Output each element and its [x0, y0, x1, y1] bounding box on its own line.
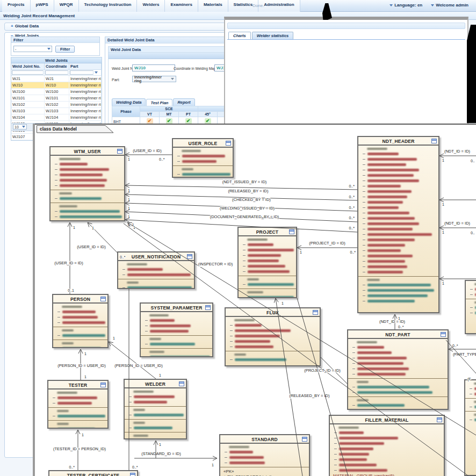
entity-attribute [362, 162, 436, 167]
menu-item-welders[interactable]: Welders [137, 0, 165, 12]
expand-icon[interactable]: + [11, 24, 13, 28]
menu-item-materials[interactable]: Materials [198, 0, 228, 12]
part-select[interactable]: Innenring/Inner ring [132, 76, 176, 82]
tab-welding-data[interactable]: Welding Data [112, 98, 146, 106]
table-row[interactable]: WJ101WJ101Innenring/Inner ring [11, 95, 102, 102]
entity-attribute [351, 344, 445, 350]
entity-wtm_user[interactable]: WTM_USER [49, 146, 125, 221]
table-icon [187, 254, 192, 259]
entity-section [358, 276, 438, 305]
entity-section [239, 276, 296, 289]
entity-name: NDT_HEADER [358, 137, 438, 146]
app-menubar: ProjectspWPSWPQRTechnology InstructionWe… [0, 0, 476, 12]
entity-attribute [121, 272, 192, 277]
language-menu[interactable]: Language: en [390, 3, 422, 8]
entity-filler_material[interactable]: FILLER_MATERIALMATERIAL_GROUP :varchar(6… [329, 415, 445, 476]
tab-report[interactable]: Report [173, 98, 194, 106]
test-table-cell: Phase [112, 106, 140, 117]
table-icon [441, 332, 446, 337]
entity-attribute [333, 462, 442, 467]
entity-attribute [121, 266, 192, 272]
window-fragment [467, 25, 476, 123]
filter-button[interactable]: Filter [55, 46, 75, 53]
entity-partial[interactable] [464, 379, 476, 476]
entity-attribute [121, 285, 192, 289]
entity-section [466, 299, 476, 317]
column-header[interactable]: Coordinate [45, 63, 69, 69]
table-row[interactable]: WJ1WJ1Innenring/Inner ring [11, 76, 102, 82]
popup-tab-charts[interactable]: Charts [228, 32, 251, 39]
page-size-select[interactable]: 10 [13, 124, 27, 129]
stereotype-blur [133, 422, 145, 424]
entity-user_role[interactable]: USER_ROLE [172, 138, 234, 178]
entity-attribute [242, 253, 294, 258]
entity-attribute [362, 151, 436, 156]
entity-ndt_header[interactable]: NDT_HEADER [357, 136, 439, 313]
stereotype-blur [357, 341, 377, 343]
entity-name: FLUX [226, 308, 320, 317]
column-header[interactable]: Part [69, 63, 102, 69]
stereotype-blur [133, 435, 148, 437]
table-cell: Innenring/Inner ring [69, 114, 102, 120]
entity-name: FILLER_MATERIAL [330, 416, 444, 424]
entity-attribute: «PK» [223, 468, 307, 474]
table-row[interactable]: WJ100WJ100Innenring/Inner ring [11, 89, 102, 95]
stereotype-blur [59, 205, 77, 207]
entity-system_parameter[interactable]: SYSTEM_PARAMETER [140, 302, 213, 357]
menu-item-administration[interactable]: Administration [258, 0, 300, 12]
stereotype-blur [57, 392, 77, 394]
menu-item-technology-instruction[interactable]: Technology Instruction [79, 0, 138, 12]
stereotype-blur [182, 168, 193, 170]
entity-attribute [242, 258, 294, 263]
entity-flux[interactable]: FLUX [225, 307, 321, 366]
entity-user_notification[interactable]: USER_NOTIFICATION [117, 251, 195, 289]
menu-item-projects[interactable]: Projects [2, 0, 31, 12]
table-row[interactable]: WJ104WJ104Innenring/Inner ring [11, 114, 102, 121]
popup-tab-welder-statistics[interactable]: Welder statistics [252, 32, 293, 39]
stereotype-blur [338, 427, 359, 429]
tab-test-plan[interactable]: Test Plan [146, 99, 172, 106]
table-cell: WJ102 [11, 102, 45, 107]
table-row[interactable]: WJ102WJ102Innenring/Inner ring [11, 102, 102, 108]
table-row[interactable]: WJ10WJ10Innenring/Inner ring [11, 82, 102, 89]
dropdown-arrow-icon [22, 126, 25, 128]
stereotype-blur [149, 314, 169, 316]
menu-item-examiners[interactable]: Examiners [165, 0, 198, 12]
menu-item-wpqr[interactable]: WPQR [54, 0, 79, 12]
table-icon [179, 381, 184, 386]
column-filter-input[interactable] [12, 70, 44, 75]
dropdown-arrow-icon [47, 48, 51, 50]
entity-section [51, 156, 124, 190]
table-row[interactable]: WJ103WJ103Innenring/Inner ring [11, 108, 102, 114]
chevron-down-icon [390, 4, 393, 6]
entity-person[interactable]: PERSON [52, 294, 109, 348]
table-cell: Innenring/Inner ring [69, 89, 102, 95]
table-cell: WJ10 [11, 82, 45, 88]
column-filter-select[interactable] [70, 70, 93, 75]
table-icon [313, 310, 318, 315]
entity-section [53, 304, 107, 327]
entity-attribute [351, 384, 445, 390]
table-filter-row [11, 70, 102, 76]
entity-standard[interactable]: STANDARD«PK»+ PK_STANDARD(bigint) [219, 434, 310, 476]
entity-attribute [333, 446, 442, 451]
entity-tester[interactable]: TESTER [47, 380, 109, 429]
entity-tester_certificate[interactable]: TESTER_CERTIFICATE [48, 470, 138, 476]
stereotype-blur [229, 446, 249, 448]
table-icon [226, 141, 231, 146]
entity-section [220, 444, 309, 467]
entity-ndt_part[interactable]: NDT_PART [347, 329, 449, 410]
column-filter-input[interactable] [45, 70, 68, 75]
menu-item-pwps[interactable]: pWPS [31, 0, 54, 12]
filter-dropdown[interactable]: - [13, 46, 52, 52]
column-header[interactable]: Weld Joint No. [11, 63, 45, 69]
weld-joint-no-input[interactable]: WJ10 [132, 64, 175, 71]
stereotype-blur [357, 381, 369, 383]
entity-project[interactable]: PROJECT [237, 227, 297, 298]
entity-attribute [469, 310, 476, 315]
entity-partial[interactable] [465, 280, 476, 334]
stereotype-blur [367, 279, 380, 281]
welcome-menu[interactable]: Welcome admin [431, 3, 468, 8]
table-cell: WJ1 [11, 76, 45, 82]
entity-welder[interactable]: WELDER [124, 379, 187, 439]
